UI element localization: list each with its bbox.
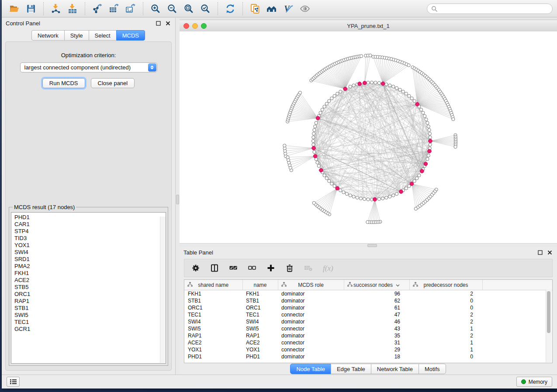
cell-shared-name[interactable]: PHD1 (184, 353, 242, 360)
network-ring-node[interactable] (408, 94, 411, 97)
column-header-name[interactable]: name (242, 280, 278, 290)
table-settings-button[interactable] (190, 263, 201, 273)
save-session-button[interactable] (24, 2, 38, 16)
network-hub-node[interactable] (428, 149, 432, 153)
cell-MCDS-role[interactable]: dominator (278, 353, 344, 360)
cell-predecessor-nodes[interactable]: 2 (409, 318, 482, 325)
export-network-button[interactable] (90, 2, 105, 16)
cell-MCDS-role[interactable]: connector (278, 339, 344, 346)
network-ring-node[interactable] (336, 92, 339, 95)
cell-MCDS-role[interactable]: dominator (278, 332, 344, 339)
cell-successor-nodes[interactable]: 96 (344, 290, 409, 298)
network-hub-node[interactable] (316, 116, 320, 120)
cell-successor-nodes[interactable]: 31 (344, 339, 409, 346)
network-ring-node[interactable] (422, 111, 425, 114)
tab-edge-table[interactable]: Edge Table (331, 364, 371, 374)
network-ring-node[interactable] (328, 179, 331, 182)
network-hub-node[interactable] (424, 162, 428, 166)
cell-successor-nodes[interactable]: 18 (344, 353, 409, 360)
tab-node-table[interactable]: Node Table (290, 364, 331, 374)
node-table-row[interactable]: YOX1YOX1connector291 (184, 346, 552, 353)
zoom-selected-button[interactable] (198, 2, 213, 16)
cell-successor-nodes[interactable]: 61 (344, 304, 409, 311)
network-hub-node[interactable] (373, 198, 377, 202)
tab-network[interactable]: Network (31, 30, 65, 41)
mcds-result-item[interactable]: CAR1 (14, 221, 166, 228)
network-ring-node[interactable] (370, 81, 373, 84)
mcds-result-item[interactable]: SRD1 (14, 256, 166, 263)
vertical-splitter[interactable] (176, 18, 180, 375)
network-ring-node[interactable] (317, 165, 320, 168)
network-ring-node[interactable] (392, 85, 395, 88)
cell-MCDS-role[interactable]: connector (278, 325, 344, 332)
node-table-row[interactable]: SWI4SWI4dominator462 (184, 318, 552, 325)
network-ring-node[interactable] (342, 191, 345, 194)
network-hub-node[interactable] (312, 146, 316, 150)
cell-name[interactable]: SWI4 (242, 318, 278, 325)
network-ring-node[interactable] (330, 97, 333, 100)
network-ring-node[interactable] (405, 92, 408, 95)
network-hub-node[interactable] (358, 82, 362, 86)
network-leaf-node[interactable] (454, 145, 457, 148)
network-leaf-node[interactable] (298, 91, 301, 94)
cell-shared-name[interactable]: RAP1 (184, 332, 242, 339)
column-header-shared-name[interactable]: shared name (184, 280, 242, 290)
network-ring-node[interactable] (319, 111, 322, 114)
show-columns-button[interactable] (209, 263, 220, 273)
network-ring-node[interactable] (410, 97, 413, 100)
network-ring-node[interactable] (313, 151, 316, 154)
network-hub-node[interactable] (420, 169, 424, 173)
cell-predecessor-nodes[interactable]: 2 (409, 311, 482, 318)
cell-successor-nodes[interactable]: 47 (344, 311, 409, 318)
network-ring-node[interactable] (323, 174, 326, 177)
cell-successor-nodes[interactable]: 35 (344, 332, 409, 339)
node-table-row[interactable]: PHD1PHD1dominator180 (184, 353, 552, 360)
mcds-result-list[interactable]: PHD1CAR1STP4TID3YOX1SWI4SRD1PMA2FKH1ACE2… (11, 212, 166, 364)
network-ring-node[interactable] (367, 198, 370, 201)
network-leaf-node[interactable] (286, 156, 289, 159)
mcds-result-item[interactable]: ACE2 (14, 277, 166, 284)
tab-network-table[interactable]: Network Table (371, 364, 419, 374)
network-ring-node[interactable] (392, 194, 395, 197)
mcds-result-item[interactable]: ORC1 (14, 291, 166, 298)
cell-predecessor-nodes[interactable]: 0 (409, 297, 482, 304)
cell-MCDS-role[interactable]: dominator (278, 318, 344, 325)
network-ring-node[interactable] (311, 139, 315, 142)
network-ring-node[interactable] (316, 161, 319, 164)
table-scrollbar-thumb[interactable] (547, 291, 550, 333)
network-ring-node[interactable] (398, 88, 401, 91)
import-table-button[interactable] (65, 2, 80, 16)
network-ring-node[interactable] (388, 84, 391, 87)
cell-predecessor-nodes[interactable]: 2 (409, 290, 482, 298)
cell-successor-nodes[interactable]: 29 (344, 346, 409, 353)
mcds-result-item[interactable]: FKH1 (14, 270, 166, 277)
network-ring-node[interactable] (328, 100, 331, 103)
network-hub-node[interactable] (415, 102, 419, 106)
network-ring-node[interactable] (352, 195, 355, 198)
network-ring-node[interactable] (363, 197, 366, 200)
network-ring-node[interactable] (313, 128, 316, 131)
close-panel-button-mcds[interactable]: Close panel (91, 78, 135, 88)
mcds-result-item[interactable]: TEC1 (14, 319, 166, 326)
cell-name[interactable]: PHD1 (242, 353, 278, 360)
first-neighbors-button[interactable] (264, 2, 279, 16)
network-ring-node[interactable] (325, 177, 328, 180)
cell-predecessor-nodes[interactable]: 0 (409, 353, 482, 360)
network-ring-node[interactable] (385, 196, 388, 199)
panel-menu-button[interactable] (7, 377, 20, 387)
network-leaf-node[interactable] (283, 144, 286, 147)
cell-name[interactable]: FKH1 (242, 290, 278, 298)
cell-shared-name[interactable]: SWI4 (184, 318, 242, 325)
network-ring-node[interactable] (426, 121, 429, 124)
network-ring-node[interactable] (312, 143, 315, 146)
network-ring-node[interactable] (333, 185, 336, 188)
node-table-row[interactable]: ORC1ORC1dominator610 (184, 304, 552, 311)
cell-shared-name[interactable]: ORC1 (184, 304, 242, 311)
network-leaf-node[interactable] (312, 201, 315, 204)
cell-shared-name[interactable]: ACE2 (184, 339, 242, 346)
network-ring-node[interactable] (429, 136, 432, 139)
network-ring-node[interactable] (428, 128, 431, 131)
network-ring-node[interactable] (395, 193, 398, 196)
network-ring-node[interactable] (415, 177, 419, 180)
table-scrollbar-track[interactable] (546, 289, 552, 362)
